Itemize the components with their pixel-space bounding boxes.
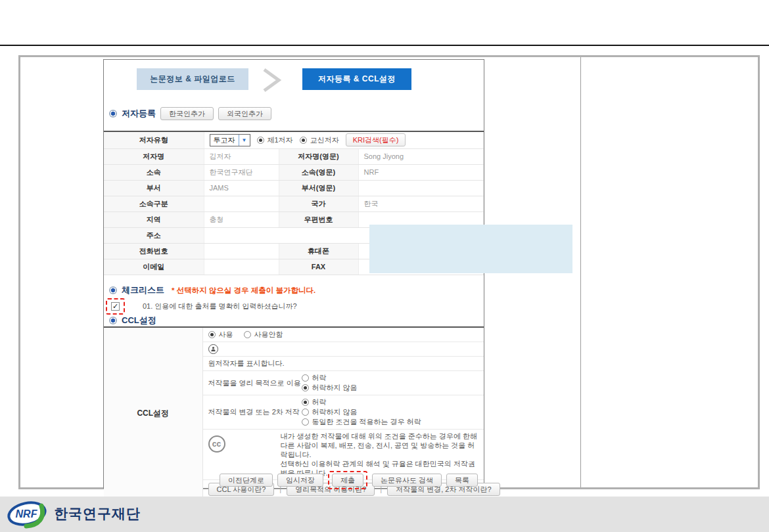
radio-icon [302, 384, 309, 391]
table-row: 부서 JAMS 부서(영문) [104, 180, 484, 196]
author-type-select-value: 투고자 [210, 135, 239, 146]
field-label: 주소 [104, 227, 204, 243]
commercial-deny-radio[interactable]: 허락하지 않음 [302, 383, 358, 393]
derivative-allow-label: 허락 [312, 397, 327, 407]
field-label: 부서 [104, 180, 204, 196]
add-foreign-author-button[interactable]: 외국인추가 [218, 107, 271, 120]
top-divider-line [0, 45, 769, 46]
derivative-works-label: 저작물의 변경 또는 2차 저작 [208, 407, 302, 417]
commercial-use-label: 저작물을 영리 목적으로 이용 [208, 378, 302, 388]
ccl-use-radio[interactable]: 사용 [208, 330, 233, 340]
radio-icon [208, 331, 216, 338]
field-value: NRF [358, 164, 484, 180]
temp-save-button[interactable]: 임시저장 [277, 474, 323, 487]
field-value [204, 259, 279, 275]
cc-license-icon: cc [208, 435, 225, 453]
derivative-sharealike-label: 동일한 조건을 적용하는 경우 허락 [312, 417, 421, 427]
radio-icon [302, 409, 309, 416]
derivative-allow-radio[interactable]: 허락 [302, 397, 327, 407]
table-row: 저자명 김저자 저자명(영문) Song Jiyong [104, 148, 484, 164]
nrf-logo-icon: NRF [7, 498, 49, 529]
first-author-radio[interactable]: 제1저자 [257, 135, 293, 145]
field-label: 소속 [104, 164, 204, 180]
field-label: 부서(영문) [279, 180, 358, 196]
author-type-select[interactable]: 투고자 ▼ [210, 134, 250, 146]
table-row: 소속 한국연구재단 소속(영문) NRF [104, 164, 484, 180]
field-label: 우편번호 [279, 211, 358, 227]
field-value [204, 196, 279, 211]
derivative-deny-radio[interactable]: 허락하지 않음 [302, 407, 358, 417]
tab-author-ccl[interactable]: 저자등록 & CCL설정 [302, 68, 411, 90]
ccl-section-header: CCL설정 [109, 315, 156, 326]
previous-step-button[interactable]: 이전단계로 [220, 474, 273, 487]
checklist-checkbox[interactable] [111, 302, 120, 311]
tab-paper-info-upload[interactable]: 논문정보 & 파일업로드 [137, 68, 248, 90]
table-row: 소속구분 국가 한국 [104, 196, 484, 211]
chevron-down-icon: ▼ [239, 135, 250, 146]
ccl-no-use-label: 사용안함 [254, 330, 283, 340]
radio-icon [302, 399, 309, 406]
corresponding-author-radio[interactable]: 교신저자 [300, 135, 339, 145]
cc-by-attribution-icon [208, 344, 218, 354]
field-label: 소속구분 [104, 196, 204, 211]
field-label: 지역 [104, 211, 204, 227]
cc-note-line1: 내가 생성한 저작물에 대해 위의 조건을 준수하는 경우에 한해 다른 사람이… [281, 432, 477, 458]
field-value: Song Jiyong [358, 148, 484, 164]
field-label: FAX [279, 259, 358, 275]
commercial-allow-radio[interactable]: 허락 [302, 373, 327, 383]
checklist-warning: * 선택하지 않으실 경우 제출이 불가합니다. [172, 286, 315, 296]
field-label: 소속(영문) [279, 164, 358, 180]
field-value: JAMS [204, 180, 279, 196]
corresponding-author-radio-label: 교신저자 [310, 135, 339, 145]
vertical-divider-line [580, 57, 581, 487]
field-value [204, 243, 279, 259]
ccl-no-use-radio[interactable]: 사용안함 [244, 330, 283, 340]
commercial-deny-label: 허락하지 않음 [312, 383, 358, 393]
field-value: 한국연구재단 [204, 164, 279, 180]
radio-icon [300, 137, 307, 144]
field-value: 한국 [358, 196, 484, 211]
radio-icon [302, 374, 309, 382]
field-value [358, 180, 484, 196]
author-type-label: 저자유형 [104, 131, 204, 148]
ccl-row-header: CCL설정 [104, 327, 202, 499]
field-label: 저자명(영문) [279, 148, 358, 164]
submit-highlight-box: 제출 [328, 471, 367, 489]
add-korean-author-button[interactable]: 한국인추가 [160, 107, 214, 120]
field-label: 저자명 [104, 148, 204, 164]
field-value: 김저자 [204, 148, 279, 164]
similarity-check-button[interactable]: 논문유사도 검색 [372, 474, 442, 487]
nrf-org-name: 한국연구재단 [54, 504, 141, 523]
field-label: 휴대폰 [279, 243, 358, 259]
checklist-item-label: 01. 인용에 대한 출처를 명확히 입력하셨습니까? [143, 301, 297, 311]
redaction-overlay [369, 225, 572, 273]
submission-form-panel: 논문정보 & 파일업로드 저자등록 & CCL설정 저자등록 한국인추가 외국인… [103, 59, 484, 489]
checklist-section-header: 체크리스트 * 선택하지 않으실 경우 제출이 불가합니다. [109, 284, 315, 296]
step-arrow-icon [260, 67, 283, 95]
field-value: 충청 [204, 211, 279, 227]
section-bullet-icon [109, 317, 117, 324]
checklist-item-row: 01. 인용에 대한 출처를 명확히 입력하셨습니까? [104, 296, 297, 316]
section-bullet-icon [109, 286, 117, 294]
radio-icon [257, 137, 264, 144]
attribution-note: 원저작자를 표시합니다. [202, 357, 484, 371]
author-section-title: 저자등록 [122, 108, 156, 120]
submit-button[interactable]: 제출 [332, 474, 363, 487]
page: 논문정보 & 파일업로드 저자등록 & CCL설정 저자등록 한국인추가 외국인… [0, 0, 769, 532]
ccl-use-label: 사용 [219, 330, 233, 340]
action-button-row: 이전단계로 임시저장 제출 논문유사도 검색 목록 [220, 471, 478, 489]
commercial-allow-label: 허락 [312, 373, 327, 383]
checklist-section-title: 체크리스트 [122, 284, 164, 296]
field-label: 전화번호 [104, 243, 204, 259]
first-author-radio-label: 제1저자 [268, 135, 293, 145]
section-bullet-icon [109, 110, 117, 118]
step-indicator: 논문정보 & 파일업로드 저자등록 & CCL설정 [104, 68, 484, 91]
nrf-logo: NRF 한국연구재단 [7, 498, 141, 529]
author-section-header: 저자등록 한국인추가 외국인추가 [109, 107, 271, 120]
field-label: 이메일 [104, 259, 204, 275]
derivative-sharealike-radio[interactable]: 동일한 조건을 적용하는 경우 허락 [302, 417, 421, 427]
list-button[interactable]: 목록 [446, 474, 478, 487]
checkbox-highlight-box [106, 298, 125, 315]
radio-icon [244, 331, 251, 338]
kri-search-button[interactable]: KRI검색(필수) [346, 133, 406, 146]
